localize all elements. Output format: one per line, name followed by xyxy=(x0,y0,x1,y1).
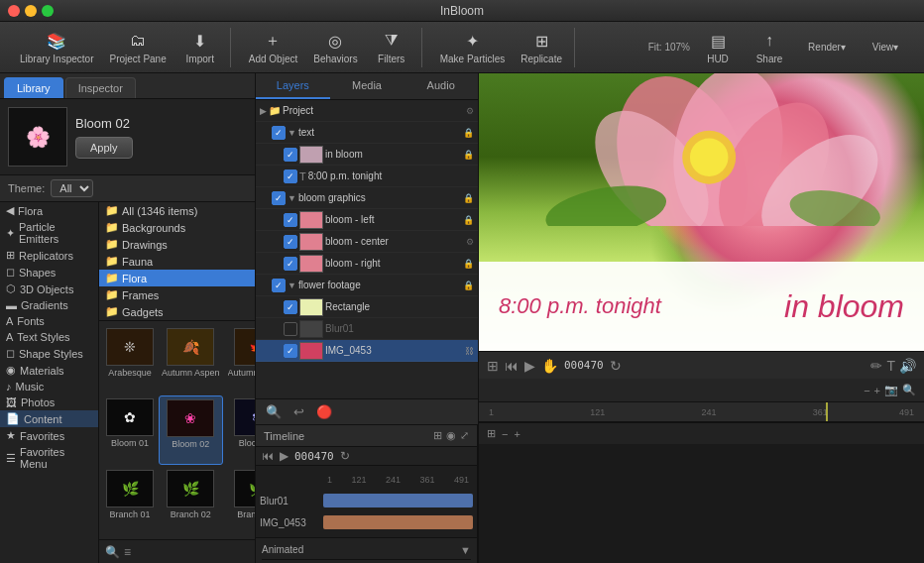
layer-check-800pm[interactable]: ✓ xyxy=(284,169,297,183)
add-layer-button[interactable]: ↩ xyxy=(289,402,308,421)
tab-audio[interactable]: Audio xyxy=(404,73,478,99)
cat-all[interactable]: 📁 All (1346 items) xyxy=(99,202,255,219)
sidebar-item-textstyles[interactable]: A Text Styles xyxy=(0,329,98,345)
view-button[interactable]: View▾ xyxy=(861,39,910,56)
layer-check-bloomc[interactable]: ✓ xyxy=(284,235,297,249)
sidebar-item-replicators[interactable]: ⊞ Replicators xyxy=(0,247,98,264)
layer-check-rect[interactable]: ✓ xyxy=(284,300,297,314)
tab-media[interactable]: Media xyxy=(330,73,404,99)
thumb-autumn-border[interactable]: 🍁 Autumn Border xyxy=(225,325,255,394)
cat-backgrounds[interactable]: 📁 Backgrounds xyxy=(99,219,255,236)
preview-hand-btn[interactable]: ✋ xyxy=(541,358,558,374)
preview-prev-btn[interactable]: ⏮ xyxy=(505,358,519,374)
apply-button[interactable]: Apply xyxy=(75,137,133,159)
sidebar-item-shapestyles[interactable]: ◻ Shape Styles xyxy=(0,345,98,362)
track-img0453[interactable]: IMG_0453 xyxy=(260,511,473,533)
make-particles-button[interactable]: ✦ Make Particles xyxy=(434,27,512,67)
sidebar-item-content[interactable]: 📄 Content xyxy=(0,410,98,427)
sidebar-item-fonts[interactable]: A Fonts xyxy=(0,313,98,329)
sidebar-item-3d[interactable]: ⬡ 3D Objects xyxy=(0,281,98,297)
layer-in-bloom[interactable]: ✓ in bloom 🔒 xyxy=(256,144,478,166)
thumb-autumn-aspen[interactable]: 🍂 Autumn Aspen xyxy=(159,325,223,394)
layer-check-bloomgfx[interactable]: ✓ xyxy=(272,191,286,205)
preview-pen-btn[interactable]: ✏ xyxy=(870,358,882,374)
sidebar-item-music[interactable]: ♪ Music xyxy=(0,379,98,394)
tab-layers[interactable]: Layers xyxy=(256,73,330,99)
layer-rectangle[interactable]: ✓ Rectangle xyxy=(256,296,478,318)
layer-check-img0453[interactable]: ✓ xyxy=(284,344,297,358)
preview-grid-btn[interactable]: ⊞ xyxy=(487,358,499,374)
layer-bloom-left[interactable]: ✓ bloom - left 🔒 xyxy=(256,209,478,231)
sidebar-item-shapes[interactable]: ◻ Shapes xyxy=(0,264,98,281)
sidebar-item-flora[interactable]: ◀ Flora xyxy=(0,202,98,219)
search-layers-button[interactable]: 🔍 xyxy=(262,402,286,421)
layer-blur01[interactable]: Blur01 xyxy=(256,318,478,340)
preview-play-btn[interactable]: ▶ xyxy=(524,358,535,374)
curves-plus-btn[interactable]: + xyxy=(514,428,520,440)
hud-button[interactable]: ▤ HUD xyxy=(694,27,742,67)
sidebar-item-gradients[interactable]: ▬ Gradients xyxy=(0,297,98,313)
layer-img0453[interactable]: ✓ IMG_0453 ⛓ xyxy=(256,340,478,362)
timeline-expand-btn[interactable]: ⤢ xyxy=(460,429,469,442)
layer-check-text[interactable]: ✓ xyxy=(272,126,286,140)
layer-text-group[interactable]: ✓ ▼ text 🔒 xyxy=(256,122,478,144)
replicate-button[interactable]: ⊞ Replicate xyxy=(515,27,568,67)
cat-fauna[interactable]: 📁 Fauna xyxy=(99,253,255,270)
thumb-bloom02[interactable]: ❀ Bloom 02 xyxy=(159,395,223,466)
window-controls[interactable] xyxy=(8,5,54,17)
cat-flora[interactable]: 📁 Flora xyxy=(99,270,255,286)
kf-plus-btn[interactable]: + xyxy=(874,384,880,396)
add-object-button[interactable]: ＋ Add Object xyxy=(243,27,303,67)
delete-layer-button[interactable]: 🔴 xyxy=(312,402,336,421)
theme-select[interactable]: All xyxy=(51,179,93,197)
layer-check-footage[interactable]: ✓ xyxy=(272,279,286,292)
layer-bloom-center[interactable]: ✓ bloom - center ⚙ xyxy=(256,231,478,253)
sidebar-item-favorites-menu[interactable]: ☰ Favorites Menu xyxy=(0,444,98,472)
layer-800pm[interactable]: ✓ T 8:00 p.m. tonight xyxy=(256,166,478,187)
maximize-button[interactable] xyxy=(42,5,54,17)
curves-minus-btn[interactable]: − xyxy=(502,428,508,440)
go-start-btn[interactable]: ⏮ xyxy=(262,449,274,463)
layer-check-bloomr[interactable]: ✓ xyxy=(284,257,297,271)
thumb-arabesque[interactable]: ❊ Arabesque xyxy=(103,325,157,394)
layer-project[interactable]: ▶ 📁 Project ⚙ xyxy=(256,100,478,122)
tab-inspector[interactable]: Inspector xyxy=(65,77,136,98)
cat-frames[interactable]: 📁 Frames xyxy=(99,286,255,303)
close-button[interactable] xyxy=(8,5,20,17)
preview-text-btn[interactable]: T xyxy=(886,358,895,374)
layer-bloom-right[interactable]: ✓ bloom - right 🔒 xyxy=(256,253,478,275)
thumb-branch01[interactable]: 🌿 Branch 01 xyxy=(103,467,157,535)
share-button[interactable]: ↑ Share xyxy=(746,27,793,67)
project-pane-button[interactable]: 🗂 Project Pane xyxy=(103,27,172,67)
filters-button[interactable]: ⧩ Filters xyxy=(368,27,415,67)
animated-menu-btn[interactable]: ▼ xyxy=(460,544,471,556)
timeline-circ-btn[interactable]: ◉ xyxy=(446,429,456,442)
thumb-branch03[interactable]: 🌿 Branch 03 xyxy=(225,467,255,535)
sidebar-item-materials[interactable]: ◉ Materials xyxy=(0,362,98,379)
minimize-button[interactable] xyxy=(25,5,37,17)
cat-gadgets[interactable]: 📁 Gadgets xyxy=(99,303,255,320)
import-button[interactable]: ⬇ Import xyxy=(176,27,224,67)
render-button[interactable]: Render▾ xyxy=(797,39,857,56)
timeline-grid-btn[interactable]: ⊞ xyxy=(433,429,442,442)
library-inspector-button[interactable]: 📚 Library Inspector xyxy=(14,27,99,67)
preview-loop-btn[interactable]: ↻ xyxy=(610,358,622,374)
thumb-bloom03[interactable]: ✾ Bloom 03 xyxy=(225,395,255,466)
curves-fit-btn[interactable]: ⊞ xyxy=(487,427,496,440)
play-btn[interactable]: ▶ xyxy=(280,449,289,463)
track-blur01[interactable]: Blur01 xyxy=(260,490,473,511)
sidebar-item-photos[interactable]: 🖼 Photos xyxy=(0,394,98,410)
cat-drawings[interactable]: 📁 Drawings xyxy=(99,236,255,253)
loop-btn[interactable]: ↻ xyxy=(340,449,350,463)
sidebar-item-favorites[interactable]: ★ Favorites xyxy=(0,427,98,444)
layer-check-blooml[interactable]: ✓ xyxy=(284,213,297,227)
sidebar-item-particle[interactable]: ✦ Particle Emitters xyxy=(0,219,98,247)
tab-library[interactable]: Library xyxy=(4,77,63,98)
layer-bloom-graphics[interactable]: ✓ ▼ bloom graphics 🔒 xyxy=(256,187,478,209)
layer-check-inbloom[interactable]: ✓ xyxy=(284,148,297,162)
kf-minus-btn[interactable]: − xyxy=(864,384,869,396)
kf-camera-btn[interactable]: 📷 xyxy=(884,384,898,396)
behaviors-button[interactable]: ◎ Behaviors xyxy=(307,27,363,67)
kf-zoom-btn[interactable]: 🔍 xyxy=(902,384,916,396)
thumb-branch02[interactable]: 🌿 Branch 02 xyxy=(159,467,223,535)
